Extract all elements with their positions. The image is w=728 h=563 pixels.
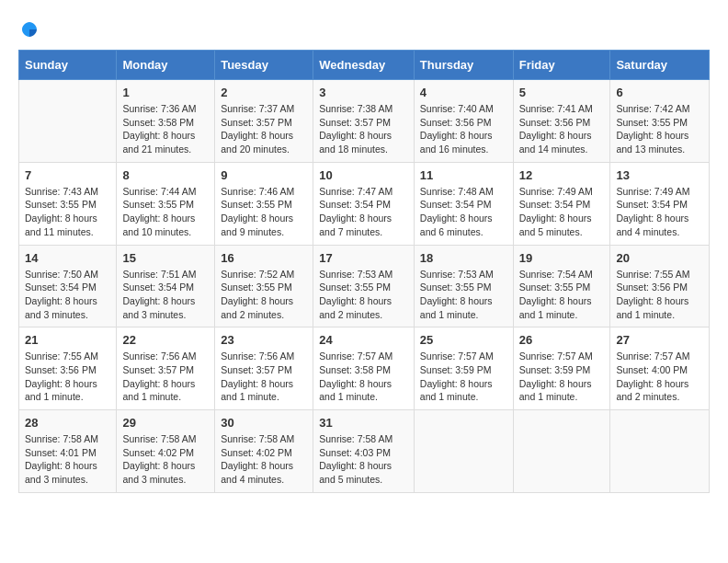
day-number: 1 [122, 86, 209, 99]
col-tuesday: Tuesday [215, 51, 313, 80]
day-info: Sunrise: 7:38 AMSunset: 3:57 PMDaylight:… [319, 102, 408, 156]
day-number: 22 [122, 333, 209, 347]
day-info: Sunrise: 7:53 AMSunset: 3:55 PMDaylight:… [319, 268, 408, 322]
day-number: 30 [221, 416, 307, 430]
day-number: 25 [420, 333, 507, 347]
calendar-week-4: 21Sunrise: 7:55 AMSunset: 3:56 PMDayligh… [19, 327, 710, 410]
day-number: 8 [122, 168, 209, 182]
day-number: 12 [519, 168, 605, 182]
day-info: Sunrise: 7:56 AMSunset: 3:57 PMDaylight:… [221, 350, 307, 404]
day-number: 10 [319, 168, 408, 182]
day-number: 29 [122, 416, 209, 430]
calendar-cell: 6Sunrise: 7:42 AMSunset: 3:55 PMDaylight… [610, 80, 710, 163]
day-number: 14 [25, 251, 110, 265]
day-info: Sunrise: 7:58 AMSunset: 4:02 PMDaylight:… [122, 432, 209, 487]
day-number: 18 [420, 251, 507, 265]
col-saturday: Saturday [610, 51, 710, 80]
calendar-cell: 5Sunrise: 7:41 AMSunset: 3:56 PMDaylight… [513, 80, 610, 163]
day-number: 4 [420, 86, 507, 99]
day-info: Sunrise: 7:55 AMSunset: 3:56 PMDaylight:… [25, 350, 110, 404]
day-info: Sunrise: 7:58 AMSunset: 4:02 PMDaylight:… [221, 432, 307, 487]
calendar-body: 1Sunrise: 7:36 AMSunset: 3:58 PMDaylight… [19, 80, 710, 493]
calendar-cell: 17Sunrise: 7:53 AMSunset: 3:55 PMDayligh… [313, 245, 415, 327]
calendar-cell: 30Sunrise: 7:58 AMSunset: 4:02 PMDayligh… [215, 410, 313, 493]
calendar-cell: 27Sunrise: 7:57 AMSunset: 4:00 PMDayligh… [610, 327, 710, 410]
day-number: 15 [122, 251, 209, 265]
calendar-cell: 9Sunrise: 7:46 AMSunset: 3:55 PMDaylight… [215, 162, 313, 245]
day-info: Sunrise: 7:42 AMSunset: 3:55 PMDaylight:… [616, 102, 703, 156]
calendar-cell: 10Sunrise: 7:47 AMSunset: 3:54 PMDayligh… [313, 162, 415, 245]
day-number: 16 [221, 251, 307, 265]
day-number: 27 [616, 333, 703, 347]
calendar-cell: 31Sunrise: 7:58 AMSunset: 4:03 PMDayligh… [313, 410, 415, 493]
day-info: Sunrise: 7:52 AMSunset: 3:55 PMDaylight:… [221, 268, 307, 322]
calendar-cell: 25Sunrise: 7:57 AMSunset: 3:59 PMDayligh… [414, 327, 513, 410]
day-info: Sunrise: 7:57 AMSunset: 4:00 PMDaylight:… [616, 350, 703, 404]
calendar-cell: 12Sunrise: 7:49 AMSunset: 3:54 PMDayligh… [513, 162, 610, 245]
col-thursday: Thursday [414, 51, 513, 80]
day-info: Sunrise: 7:50 AMSunset: 3:54 PMDaylight:… [25, 268, 110, 322]
calendar-week-2: 7Sunrise: 7:43 AMSunset: 3:55 PMDaylight… [19, 162, 710, 245]
day-number: 2 [221, 86, 307, 99]
calendar-header: Sunday Monday Tuesday Wednesday Thursday… [19, 51, 710, 80]
day-info: Sunrise: 7:56 AMSunset: 3:57 PMDaylight:… [122, 350, 209, 404]
calendar-cell: 20Sunrise: 7:55 AMSunset: 3:56 PMDayligh… [610, 245, 710, 327]
day-info: Sunrise: 7:41 AMSunset: 3:56 PMDaylight:… [519, 102, 605, 156]
logo-icon [18, 18, 40, 40]
day-info: Sunrise: 7:43 AMSunset: 3:55 PMDaylight:… [25, 185, 110, 239]
calendar-cell: 7Sunrise: 7:43 AMSunset: 3:55 PMDaylight… [19, 162, 117, 245]
calendar-week-3: 14Sunrise: 7:50 AMSunset: 3:54 PMDayligh… [19, 245, 710, 327]
calendar-cell: 29Sunrise: 7:58 AMSunset: 4:02 PMDayligh… [117, 410, 215, 493]
day-number: 6 [616, 86, 703, 99]
calendar-cell: 18Sunrise: 7:53 AMSunset: 3:55 PMDayligh… [414, 245, 513, 327]
day-info: Sunrise: 7:58 AMSunset: 4:01 PMDaylight:… [25, 432, 110, 487]
day-number: 11 [420, 168, 507, 182]
calendar-cell: 24Sunrise: 7:57 AMSunset: 3:58 PMDayligh… [313, 327, 415, 410]
day-info: Sunrise: 7:44 AMSunset: 3:55 PMDaylight:… [122, 185, 209, 239]
day-info: Sunrise: 7:37 AMSunset: 3:57 PMDaylight:… [221, 102, 307, 156]
col-sunday: Sunday [19, 51, 117, 80]
calendar-cell: 4Sunrise: 7:40 AMSunset: 3:56 PMDaylight… [414, 80, 513, 163]
calendar-cell: 28Sunrise: 7:58 AMSunset: 4:01 PMDayligh… [19, 410, 117, 493]
calendar-week-5: 28Sunrise: 7:58 AMSunset: 4:01 PMDayligh… [19, 410, 710, 493]
calendar-cell: 8Sunrise: 7:44 AMSunset: 3:55 PMDaylight… [117, 162, 215, 245]
day-number: 20 [616, 251, 703, 265]
calendar-cell: 21Sunrise: 7:55 AMSunset: 3:56 PMDayligh… [19, 327, 117, 410]
day-number: 5 [519, 86, 605, 99]
day-number: 21 [25, 333, 110, 347]
calendar-cell [610, 410, 710, 493]
day-number: 23 [221, 333, 307, 347]
day-number: 26 [519, 333, 605, 347]
calendar-cell: 2Sunrise: 7:37 AMSunset: 3:57 PMDaylight… [215, 80, 313, 163]
calendar-cell: 23Sunrise: 7:56 AMSunset: 3:57 PMDayligh… [215, 327, 313, 410]
day-number: 19 [519, 251, 605, 265]
col-wednesday: Wednesday [313, 51, 415, 80]
calendar-cell: 3Sunrise: 7:38 AMSunset: 3:57 PMDaylight… [313, 80, 415, 163]
day-info: Sunrise: 7:51 AMSunset: 3:54 PMDaylight:… [122, 268, 209, 322]
day-number: 3 [319, 86, 408, 99]
calendar-cell: 26Sunrise: 7:57 AMSunset: 3:59 PMDayligh… [513, 327, 610, 410]
day-number: 9 [221, 168, 307, 182]
calendar-cell: 14Sunrise: 7:50 AMSunset: 3:54 PMDayligh… [19, 245, 117, 327]
day-number: 31 [319, 416, 408, 430]
calendar-cell: 16Sunrise: 7:52 AMSunset: 3:55 PMDayligh… [215, 245, 313, 327]
calendar-cell [414, 410, 513, 493]
day-number: 17 [319, 251, 408, 265]
day-number: 13 [616, 168, 703, 182]
day-info: Sunrise: 7:58 AMSunset: 4:03 PMDaylight:… [319, 432, 408, 487]
day-number: 28 [25, 416, 110, 430]
day-info: Sunrise: 7:48 AMSunset: 3:54 PMDaylight:… [420, 185, 507, 239]
calendar-cell: 19Sunrise: 7:54 AMSunset: 3:55 PMDayligh… [513, 245, 610, 327]
day-info: Sunrise: 7:57 AMSunset: 3:59 PMDaylight:… [420, 350, 507, 404]
col-monday: Monday [117, 51, 215, 80]
calendar-cell [19, 80, 117, 163]
logo [18, 18, 44, 40]
header-row: Sunday Monday Tuesday Wednesday Thursday… [19, 51, 710, 80]
calendar-cell: 13Sunrise: 7:49 AMSunset: 3:54 PMDayligh… [610, 162, 710, 245]
day-info: Sunrise: 7:46 AMSunset: 3:55 PMDaylight:… [221, 185, 307, 239]
calendar-cell: 1Sunrise: 7:36 AMSunset: 3:58 PMDaylight… [117, 80, 215, 163]
day-info: Sunrise: 7:49 AMSunset: 3:54 PMDaylight:… [616, 185, 703, 239]
calendar-week-1: 1Sunrise: 7:36 AMSunset: 3:58 PMDaylight… [19, 80, 710, 163]
day-info: Sunrise: 7:54 AMSunset: 3:55 PMDaylight:… [519, 268, 605, 322]
calendar-cell: 22Sunrise: 7:56 AMSunset: 3:57 PMDayligh… [117, 327, 215, 410]
